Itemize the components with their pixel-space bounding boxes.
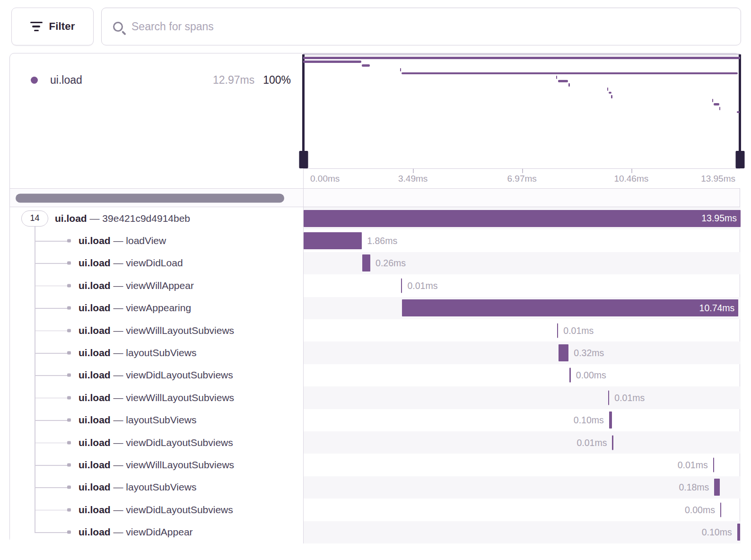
span-bar[interactable]: 10.74ms (402, 299, 738, 316)
span-label[interactable]: ui.load — layoutSubViews (79, 414, 196, 426)
span-label[interactable]: ui.load — viewDidLayoutSubviews (79, 369, 233, 381)
tree-connector (35, 263, 70, 264)
minimap-span (558, 80, 568, 82)
span-row[interactable]: ui.load — layoutSubViews0.18ms (10, 476, 740, 499)
span-label[interactable]: ui.load — viewDidLoad (79, 257, 183, 269)
span-row[interactable]: ui.load — loadView1.86ms (10, 229, 740, 252)
axis-tick-mark (413, 169, 414, 173)
filter-icon (30, 22, 43, 32)
minimap-span (303, 61, 361, 63)
span-duration: 1.86ms (367, 236, 397, 246)
drag-grip-icon (735, 151, 744, 168)
span-row[interactable]: ui.load — viewAppearing10.74ms (10, 297, 740, 319)
span-label[interactable]: ui.load — layoutSubViews (79, 347, 196, 359)
span-label[interactable]: ui.load — viewWillLayoutSubviews (79, 459, 234, 471)
span-row[interactable]: 14ui.load — 39e421c9d4914beb13.95ms (10, 207, 740, 229)
span-row[interactable]: ui.load — viewWillLayoutSubviews0.01ms (10, 454, 740, 476)
span-row[interactable]: ui.load — viewDidLayoutSubviews0.00ms (10, 499, 740, 521)
minimap-span (303, 57, 740, 59)
span-row[interactable]: ui.load — viewDidAppear0.10ms (10, 521, 740, 543)
span-duration: 0.01ms (576, 437, 607, 448)
span-bar[interactable] (737, 524, 741, 541)
legend-op-label: ui.load (50, 74, 82, 87)
span-tree-cell: ui.load — layoutSubViews (10, 341, 303, 364)
trace-minimap[interactable] (303, 53, 740, 168)
span-label[interactable]: ui.load — viewWillLayoutSubviews (79, 325, 234, 336)
span-bar[interactable] (362, 254, 370, 271)
span-tree-cell: ui.load — viewAppearing (10, 297, 303, 319)
axis-tick-label: 0.00ms (310, 174, 340, 184)
span-bar[interactable] (569, 368, 571, 383)
span-chart-cell: 0.32ms (304, 341, 741, 364)
span-duration: 0.18ms (679, 482, 709, 493)
span-row[interactable]: ui.load — viewWillLayoutSubviews0.01ms (10, 386, 740, 409)
span-bar[interactable] (557, 323, 559, 338)
span-label[interactable]: ui.load — viewAppearing (79, 302, 191, 314)
filter-button-label: Filter (49, 20, 75, 33)
filter-button[interactable]: Filter (11, 8, 94, 45)
minimap-span (609, 92, 612, 94)
span-duration: 0.01ms (678, 460, 708, 471)
span-row[interactable]: ui.load — viewDidLayoutSubviews0.00ms (10, 364, 740, 386)
tree-connector (35, 465, 70, 466)
span-row[interactable]: ui.load — viewWillLayoutSubviews0.01ms (10, 319, 740, 341)
tree-connector-dot (67, 464, 71, 467)
minimap-span (362, 64, 370, 67)
minimap-span (400, 68, 402, 71)
span-search-box[interactable] (101, 8, 741, 45)
span-chart-cell: 13.95ms (304, 207, 741, 229)
minimap-span (556, 76, 558, 79)
span-duration: 0.01ms (614, 392, 645, 403)
span-row[interactable]: ui.load — layoutSubViews0.10ms (10, 409, 740, 431)
scrollbar-thumb[interactable] (16, 193, 284, 202)
tree-connector (35, 532, 70, 533)
tree-connector-dot (67, 329, 71, 332)
span-label[interactable]: ui.load — viewDidLayoutSubviews (79, 504, 233, 516)
minimap-span (402, 72, 738, 75)
tree-connector-dot (67, 419, 71, 422)
span-bar[interactable] (401, 278, 402, 293)
span-bar[interactable] (304, 232, 362, 249)
tree-connector (35, 331, 70, 332)
span-tree-cell: ui.load — viewDidLoad (10, 252, 303, 274)
span-bar[interactable] (713, 458, 715, 472)
span-label[interactable]: ui.load — viewDidLayoutSubviews (79, 437, 233, 448)
span-bar[interactable] (714, 479, 720, 496)
span-bar[interactable] (612, 435, 613, 450)
span-bar[interactable] (559, 344, 568, 361)
axis-tick-mark (522, 169, 523, 173)
span-duration: 13.95ms (701, 210, 737, 227)
axis-tick-label: 3.49ms (398, 174, 428, 184)
span-bar[interactable]: 13.95ms (304, 210, 741, 227)
span-row[interactable]: ui.load — viewDidLayoutSubviews0.01ms (10, 431, 740, 454)
minimap-handle-left[interactable] (302, 54, 305, 168)
search-input[interactable] (131, 20, 729, 33)
span-rows: 14ui.load — 39e421c9d4914beb13.95msui.lo… (10, 207, 740, 543)
tree-connector (35, 375, 70, 376)
tree-connector (35, 510, 70, 511)
child-count-badge[interactable]: 14 (21, 210, 48, 227)
time-axis: 0.00ms3.49ms6.97ms10.46ms13.95ms (303, 168, 740, 188)
span-tree-cell: ui.load — viewWillAppear (10, 274, 303, 297)
span-duration: 0.10ms (702, 527, 732, 538)
span-row[interactable]: ui.load — layoutSubViews0.32ms (10, 341, 740, 364)
span-label[interactable]: ui.load — viewDidAppear (79, 526, 193, 538)
span-label[interactable]: ui.load — viewWillLayoutSubviews (79, 392, 234, 403)
axis-tick-label: 10.46ms (614, 174, 648, 184)
span-label[interactable]: ui.load — loadView (79, 235, 166, 246)
span-label[interactable]: ui.load — viewWillAppear (79, 280, 194, 291)
span-chart-cell: 0.00ms (304, 364, 741, 386)
axis-tick-label: 6.97ms (507, 174, 537, 184)
span-row[interactable]: ui.load — viewWillAppear0.01ms (10, 274, 740, 297)
span-duration: 0.01ms (563, 325, 594, 336)
legend-duration: 12.97ms (213, 74, 254, 87)
span-label[interactable]: ui.load — 39e421c9d4914beb (55, 213, 190, 224)
tree-connector (35, 487, 70, 488)
span-bar[interactable] (720, 502, 722, 517)
span-tree-cell: ui.load — viewDidAppear (10, 521, 303, 543)
span-bar[interactable] (608, 390, 610, 405)
span-bar[interactable] (609, 411, 612, 429)
span-row[interactable]: ui.load — viewDidLoad0.26ms (10, 252, 740, 274)
legend-item-ui-load[interactable]: ui.load 12.97ms 100% (10, 70, 303, 89)
span-label[interactable]: ui.load — layoutSubViews (79, 481, 196, 493)
